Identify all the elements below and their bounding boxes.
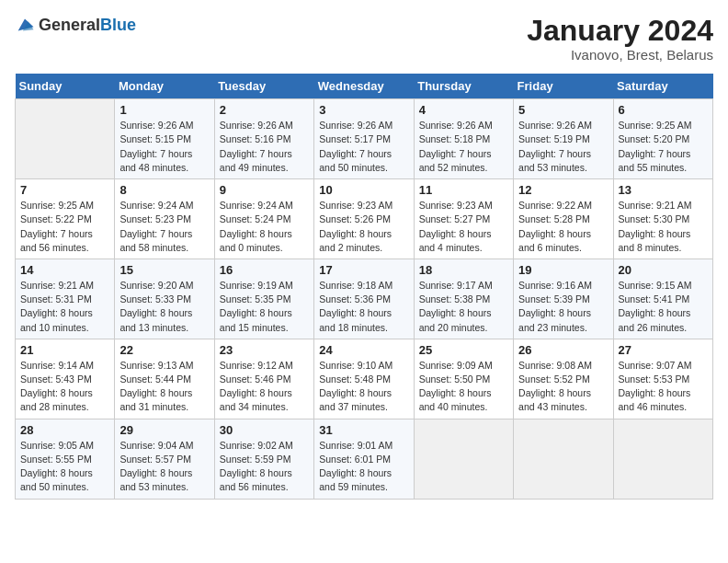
day-cell: 19Sunrise: 9:16 AMSunset: 5:39 PMDayligh… [514, 259, 613, 339]
day-cell: 9Sunrise: 9:24 AMSunset: 5:24 PMDaylight… [214, 179, 313, 259]
day-info: Sunrise: 9:04 AMSunset: 5:57 PMDaylight:… [119, 439, 209, 495]
day-info: Sunrise: 9:01 AMSunset: 6:01 PMDaylight:… [319, 439, 408, 495]
day-number: 16 [220, 263, 309, 277]
day-number: 9 [220, 183, 309, 197]
week-row-4: 21Sunrise: 9:14 AMSunset: 5:43 PMDayligh… [16, 339, 713, 419]
calendar-table: SundayMondayTuesdayWednesdayThursdayFrid… [15, 74, 713, 499]
logo-icon [15, 15, 35, 35]
day-info: Sunrise: 9:18 AMSunset: 5:36 PMDaylight:… [319, 279, 408, 335]
day-number: 19 [518, 263, 608, 277]
day-info: Sunrise: 9:26 AMSunset: 5:15 PMDaylight:… [119, 119, 209, 175]
day-cell: 23Sunrise: 9:12 AMSunset: 5:46 PMDayligh… [214, 339, 313, 419]
day-number: 25 [419, 343, 508, 357]
day-cell: 5Sunrise: 9:26 AMSunset: 5:19 PMDaylight… [514, 99, 613, 179]
title-block: January 2024 Ivanovo, Brest, Belarus [527, 15, 713, 63]
day-cell: 31Sunrise: 9:01 AMSunset: 6:01 PMDayligh… [314, 419, 414, 499]
day-cell [514, 419, 613, 499]
day-cell: 15Sunrise: 9:20 AMSunset: 5:33 PMDayligh… [115, 259, 214, 339]
day-number: 15 [119, 263, 209, 277]
logo-text-general: General [39, 16, 100, 34]
week-row-3: 14Sunrise: 9:21 AMSunset: 5:31 PMDayligh… [16, 259, 713, 339]
day-info: Sunrise: 9:09 AMSunset: 5:50 PMDaylight:… [419, 359, 508, 415]
day-cell: 27Sunrise: 9:07 AMSunset: 5:53 PMDayligh… [613, 339, 712, 419]
day-number: 18 [419, 263, 508, 277]
day-info: Sunrise: 9:25 AMSunset: 5:20 PMDaylight:… [619, 119, 708, 175]
day-info: Sunrise: 9:12 AMSunset: 5:46 PMDaylight:… [220, 359, 309, 415]
day-cell: 22Sunrise: 9:13 AMSunset: 5:44 PMDayligh… [115, 339, 214, 419]
day-number: 1 [119, 103, 209, 117]
day-cell: 11Sunrise: 9:23 AMSunset: 5:27 PMDayligh… [414, 179, 513, 259]
day-cell: 6Sunrise: 9:25 AMSunset: 5:20 PMDaylight… [613, 99, 712, 179]
day-number: 10 [319, 183, 408, 197]
day-info: Sunrise: 9:16 AMSunset: 5:39 PMDaylight:… [518, 279, 608, 335]
day-number: 11 [419, 183, 508, 197]
day-cell: 8Sunrise: 9:24 AMSunset: 5:23 PMDaylight… [115, 179, 214, 259]
week-row-5: 28Sunrise: 9:05 AMSunset: 5:55 PMDayligh… [16, 419, 713, 499]
day-info: Sunrise: 9:02 AMSunset: 5:59 PMDaylight:… [220, 439, 309, 495]
day-info: Sunrise: 9:05 AMSunset: 5:55 PMDaylight:… [20, 439, 109, 495]
day-info: Sunrise: 9:26 AMSunset: 5:17 PMDaylight:… [319, 119, 408, 175]
day-number: 31 [319, 423, 408, 437]
day-info: Sunrise: 9:23 AMSunset: 5:26 PMDaylight:… [319, 199, 408, 255]
day-number: 24 [319, 343, 408, 357]
day-cell: 26Sunrise: 9:08 AMSunset: 5:52 PMDayligh… [514, 339, 613, 419]
day-number: 23 [220, 343, 309, 357]
day-cell: 29Sunrise: 9:04 AMSunset: 5:57 PMDayligh… [115, 419, 214, 499]
header-cell-tuesday: Tuesday [214, 74, 313, 99]
day-number: 7 [20, 183, 109, 197]
calendar-title: January 2024 [527, 15, 713, 47]
day-info: Sunrise: 9:19 AMSunset: 5:35 PMDaylight:… [220, 279, 309, 335]
day-info: Sunrise: 9:25 AMSunset: 5:22 PMDaylight:… [20, 199, 109, 255]
day-number: 27 [619, 343, 708, 357]
day-cell: 13Sunrise: 9:21 AMSunset: 5:30 PMDayligh… [613, 179, 712, 259]
day-info: Sunrise: 9:24 AMSunset: 5:23 PMDaylight:… [119, 199, 209, 255]
day-cell [414, 419, 513, 499]
day-info: Sunrise: 9:23 AMSunset: 5:27 PMDaylight:… [419, 199, 508, 255]
day-info: Sunrise: 9:26 AMSunset: 5:16 PMDaylight:… [220, 119, 309, 175]
header-cell-thursday: Thursday [414, 74, 513, 99]
day-info: Sunrise: 9:24 AMSunset: 5:24 PMDaylight:… [220, 199, 309, 255]
day-number: 28 [20, 423, 109, 437]
day-cell: 14Sunrise: 9:21 AMSunset: 5:31 PMDayligh… [16, 259, 115, 339]
day-info: Sunrise: 9:08 AMSunset: 5:52 PMDaylight:… [518, 359, 608, 415]
week-row-1: 1Sunrise: 9:26 AMSunset: 5:15 PMDaylight… [16, 99, 713, 179]
header-cell-sunday: Sunday [16, 74, 115, 99]
day-cell: 28Sunrise: 9:05 AMSunset: 5:55 PMDayligh… [16, 419, 115, 499]
day-cell: 30Sunrise: 9:02 AMSunset: 5:59 PMDayligh… [214, 419, 313, 499]
header-cell-friday: Friday [514, 74, 613, 99]
day-number: 21 [20, 343, 109, 357]
day-info: Sunrise: 9:10 AMSunset: 5:48 PMDaylight:… [319, 359, 408, 415]
day-info: Sunrise: 9:22 AMSunset: 5:28 PMDaylight:… [518, 199, 608, 255]
day-cell: 24Sunrise: 9:10 AMSunset: 5:48 PMDayligh… [314, 339, 414, 419]
day-number: 3 [319, 103, 408, 117]
header-cell-monday: Monday [115, 74, 214, 99]
day-cell [613, 419, 712, 499]
day-cell: 3Sunrise: 9:26 AMSunset: 5:17 PMDaylight… [314, 99, 414, 179]
day-cell: 12Sunrise: 9:22 AMSunset: 5:28 PMDayligh… [514, 179, 613, 259]
day-info: Sunrise: 9:17 AMSunset: 5:38 PMDaylight:… [419, 279, 508, 335]
day-number: 13 [619, 183, 708, 197]
day-cell: 21Sunrise: 9:14 AMSunset: 5:43 PMDayligh… [16, 339, 115, 419]
day-info: Sunrise: 9:21 AMSunset: 5:30 PMDaylight:… [619, 199, 708, 255]
day-info: Sunrise: 9:26 AMSunset: 5:18 PMDaylight:… [419, 119, 508, 175]
day-cell [16, 99, 115, 179]
day-number: 29 [119, 423, 209, 437]
day-number: 6 [619, 103, 708, 117]
calendar-subtitle: Ivanovo, Brest, Belarus [527, 47, 713, 63]
day-number: 12 [518, 183, 608, 197]
day-cell: 4Sunrise: 9:26 AMSunset: 5:18 PMDaylight… [414, 99, 513, 179]
day-cell: 1Sunrise: 9:26 AMSunset: 5:15 PMDaylight… [115, 99, 214, 179]
day-cell: 2Sunrise: 9:26 AMSunset: 5:16 PMDaylight… [214, 99, 313, 179]
day-cell: 16Sunrise: 9:19 AMSunset: 5:35 PMDayligh… [214, 259, 313, 339]
day-info: Sunrise: 9:15 AMSunset: 5:41 PMDaylight:… [619, 279, 708, 335]
day-info: Sunrise: 9:13 AMSunset: 5:44 PMDaylight:… [119, 359, 209, 415]
logo-text-blue: Blue [100, 16, 136, 34]
header-cell-wednesday: Wednesday [314, 74, 414, 99]
header-row: SundayMondayTuesdayWednesdayThursdayFrid… [16, 74, 713, 99]
week-row-2: 7Sunrise: 9:25 AMSunset: 5:22 PMDaylight… [16, 179, 713, 259]
day-info: Sunrise: 9:20 AMSunset: 5:33 PMDaylight:… [119, 279, 209, 335]
day-number: 26 [518, 343, 608, 357]
header-cell-saturday: Saturday [613, 74, 712, 99]
day-number: 30 [220, 423, 309, 437]
day-cell: 17Sunrise: 9:18 AMSunset: 5:36 PMDayligh… [314, 259, 414, 339]
